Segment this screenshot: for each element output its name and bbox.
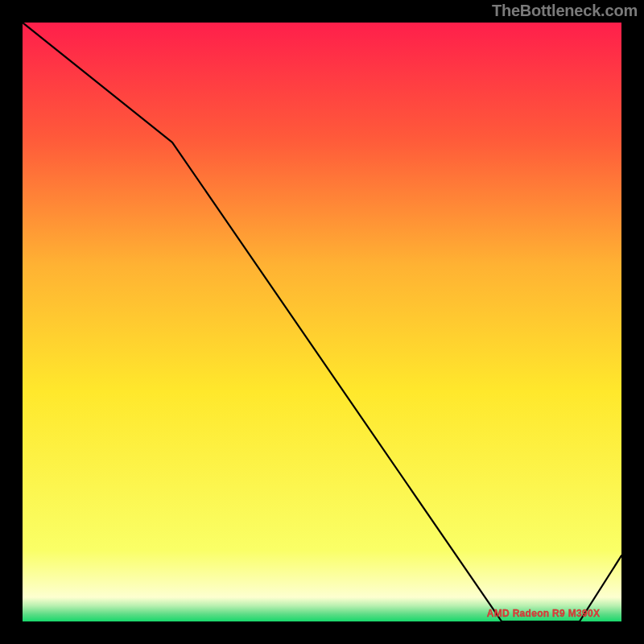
chart-container: TheBottleneck.com	[0, 0, 644, 644]
watermark-text: TheBottleneck.com	[492, 2, 638, 20]
series-annotation: AMD Radeon R9 M390X	[487, 608, 600, 619]
plot-frame: AMD Radeon R9 M390X	[23, 23, 621, 621]
gradient-pale	[23, 550, 621, 597]
gradient-warm	[23, 23, 621, 550]
bottleneck-chart: AMD Radeon R9 M390X	[23, 23, 621, 621]
